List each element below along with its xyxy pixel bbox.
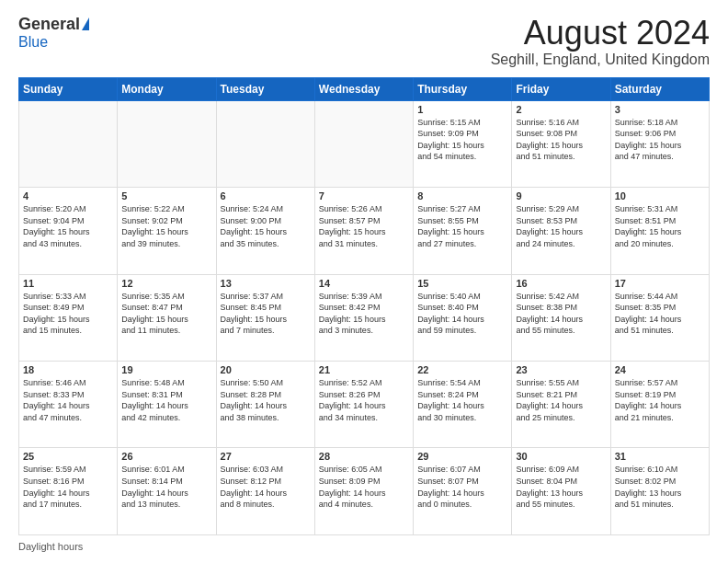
logo-blue: Blue [18,34,48,51]
day-info: Sunrise: 5:55 AM Sunset: 8:21 PM Dayligh… [516,377,606,423]
calendar-cell: 22Sunrise: 5:54 AM Sunset: 8:24 PM Dayli… [414,362,512,448]
calendar-cell: 31Sunrise: 6:10 AM Sunset: 8:02 PM Dayli… [610,448,709,535]
calendar-day-header: Wednesday [314,77,413,100]
calendar-cell: 12Sunrise: 5:35 AM Sunset: 8:47 PM Dayli… [118,274,216,361]
calendar-cell: 18Sunrise: 5:46 AM Sunset: 8:33 PM Dayli… [19,362,118,448]
day-info: Sunrise: 5:57 AM Sunset: 8:19 PM Dayligh… [615,377,705,423]
day-info: Sunrise: 5:40 AM Sunset: 8:40 PM Dayligh… [417,291,507,337]
day-number: 10 [615,190,705,201]
day-number: 2 [516,104,606,115]
day-number: 4 [23,190,113,201]
calendar-cell: 8Sunrise: 5:27 AM Sunset: 8:55 PM Daylig… [414,188,512,274]
calendar-cell: 6Sunrise: 5:24 AM Sunset: 9:00 PM Daylig… [216,188,314,274]
day-info: Sunrise: 5:16 AM Sunset: 9:08 PM Dayligh… [516,117,606,163]
calendar-week-row: 18Sunrise: 5:46 AM Sunset: 8:33 PM Dayli… [19,362,710,448]
day-number: 13 [221,278,311,289]
calendar-cell: 7Sunrise: 5:26 AM Sunset: 8:57 PM Daylig… [314,188,413,274]
day-number: 17 [615,278,705,289]
calendar-cell: 28Sunrise: 6:05 AM Sunset: 8:09 PM Dayli… [314,448,413,535]
calendar-cell: 9Sunrise: 5:29 AM Sunset: 8:53 PM Daylig… [512,188,610,274]
calendar-cell: 24Sunrise: 5:57 AM Sunset: 8:19 PM Dayli… [610,362,709,448]
calendar-cell: 26Sunrise: 6:01 AM Sunset: 8:14 PM Dayli… [118,448,216,535]
calendar-cell [19,100,118,187]
day-info: Sunrise: 6:03 AM Sunset: 8:12 PM Dayligh… [221,464,311,510]
day-number: 24 [615,364,705,375]
calendar-cell: 25Sunrise: 5:59 AM Sunset: 8:16 PM Dayli… [19,448,118,535]
calendar-day-header: Sunday [19,77,118,100]
calendar-cell: 30Sunrise: 6:09 AM Sunset: 8:04 PM Dayli… [512,448,610,535]
calendar-table: SundayMondayTuesdayWednesdayThursdayFrid… [18,77,710,535]
day-info: Sunrise: 5:39 AM Sunset: 8:42 PM Dayligh… [319,291,409,337]
calendar-cell: 19Sunrise: 5:48 AM Sunset: 8:31 PM Dayli… [118,362,216,448]
calendar-day-header: Monday [118,77,216,100]
calendar-cell: 21Sunrise: 5:52 AM Sunset: 8:26 PM Dayli… [314,362,413,448]
calendar-cell: 27Sunrise: 6:03 AM Sunset: 8:12 PM Dayli… [216,448,314,535]
calendar-cell: 4Sunrise: 5:20 AM Sunset: 9:04 PM Daylig… [19,188,118,274]
page: General Blue August 2024 Seghill, Englan… [0,0,728,563]
calendar-day-header: Friday [512,77,610,100]
day-info: Sunrise: 5:26 AM Sunset: 8:57 PM Dayligh… [319,203,409,249]
day-info: Sunrise: 5:35 AM Sunset: 8:47 PM Dayligh… [121,291,211,337]
logo: General Blue [18,15,89,51]
day-info: Sunrise: 5:20 AM Sunset: 9:04 PM Dayligh… [23,203,113,249]
calendar-cell: 5Sunrise: 5:22 AM Sunset: 9:02 PM Daylig… [118,188,216,274]
day-number: 20 [221,364,311,375]
day-info: Sunrise: 5:18 AM Sunset: 9:06 PM Dayligh… [615,117,705,163]
calendar-cell: 13Sunrise: 5:37 AM Sunset: 8:45 PM Dayli… [216,274,314,361]
subtitle: Seghill, England, United Kingdom [491,52,710,68]
calendar-cell: 1Sunrise: 5:15 AM Sunset: 9:09 PM Daylig… [414,100,512,187]
day-number: 8 [417,190,507,201]
day-info: Sunrise: 5:22 AM Sunset: 9:02 PM Dayligh… [121,203,211,249]
calendar-cell: 15Sunrise: 5:40 AM Sunset: 8:40 PM Dayli… [414,274,512,361]
day-number: 23 [516,364,606,375]
calendar-day-header: Saturday [610,77,709,100]
day-info: Sunrise: 6:05 AM Sunset: 8:09 PM Dayligh… [319,464,409,510]
day-number: 12 [121,278,211,289]
calendar-day-header: Thursday [414,77,512,100]
calendar-day-header: Tuesday [216,77,314,100]
calendar-cell [216,100,314,187]
day-info: Sunrise: 6:09 AM Sunset: 8:04 PM Dayligh… [516,464,606,510]
day-number: 18 [23,364,113,375]
day-number: 30 [516,451,606,462]
day-info: Sunrise: 5:31 AM Sunset: 8:51 PM Dayligh… [615,203,705,249]
day-info: Sunrise: 6:07 AM Sunset: 8:07 PM Dayligh… [417,464,507,510]
day-number: 15 [417,278,507,289]
logo-triangle-icon [82,17,89,30]
day-info: Sunrise: 5:48 AM Sunset: 8:31 PM Dayligh… [121,377,211,423]
day-info: Sunrise: 5:33 AM Sunset: 8:49 PM Dayligh… [23,291,113,337]
day-info: Sunrise: 5:59 AM Sunset: 8:16 PM Dayligh… [23,464,113,510]
day-info: Sunrise: 5:37 AM Sunset: 8:45 PM Dayligh… [221,291,311,337]
calendar-header-row: SundayMondayTuesdayWednesdayThursdayFrid… [19,77,710,100]
day-number: 21 [319,364,409,375]
calendar-cell: 3Sunrise: 5:18 AM Sunset: 9:06 PM Daylig… [610,100,709,187]
day-number: 9 [516,190,606,201]
day-info: Sunrise: 5:52 AM Sunset: 8:26 PM Dayligh… [319,377,409,423]
day-info: Sunrise: 5:46 AM Sunset: 8:33 PM Dayligh… [23,377,113,423]
day-info: Sunrise: 5:44 AM Sunset: 8:35 PM Dayligh… [615,291,705,337]
day-number: 22 [417,364,507,375]
day-number: 19 [121,364,211,375]
day-info: Sunrise: 5:15 AM Sunset: 9:09 PM Dayligh… [417,117,507,163]
calendar-cell: 17Sunrise: 5:44 AM Sunset: 8:35 PM Dayli… [610,274,709,361]
calendar-cell: 16Sunrise: 5:42 AM Sunset: 8:38 PM Dayli… [512,274,610,361]
calendar-cell: 20Sunrise: 5:50 AM Sunset: 8:28 PM Dayli… [216,362,314,448]
day-number: 14 [319,278,409,289]
day-info: Sunrise: 5:24 AM Sunset: 9:00 PM Dayligh… [221,203,311,249]
day-number: 16 [516,278,606,289]
calendar-week-row: 4Sunrise: 5:20 AM Sunset: 9:04 PM Daylig… [19,188,710,274]
calendar-cell: 14Sunrise: 5:39 AM Sunset: 8:42 PM Dayli… [314,274,413,361]
calendar-cell: 11Sunrise: 5:33 AM Sunset: 8:49 PM Dayli… [19,274,118,361]
day-info: Sunrise: 5:42 AM Sunset: 8:38 PM Dayligh… [516,291,606,337]
calendar-cell: 10Sunrise: 5:31 AM Sunset: 8:51 PM Dayli… [610,188,709,274]
title-area: August 2024 Seghill, England, United Kin… [491,15,710,68]
calendar-cell [118,100,216,187]
day-number: 27 [221,451,311,462]
day-number: 11 [23,278,113,289]
day-number: 6 [221,190,311,201]
day-number: 29 [417,451,507,462]
footer: Daylight hours [18,541,710,552]
day-number: 1 [417,104,507,115]
day-number: 3 [615,104,705,115]
calendar-cell: 2Sunrise: 5:16 AM Sunset: 9:08 PM Daylig… [512,100,610,187]
